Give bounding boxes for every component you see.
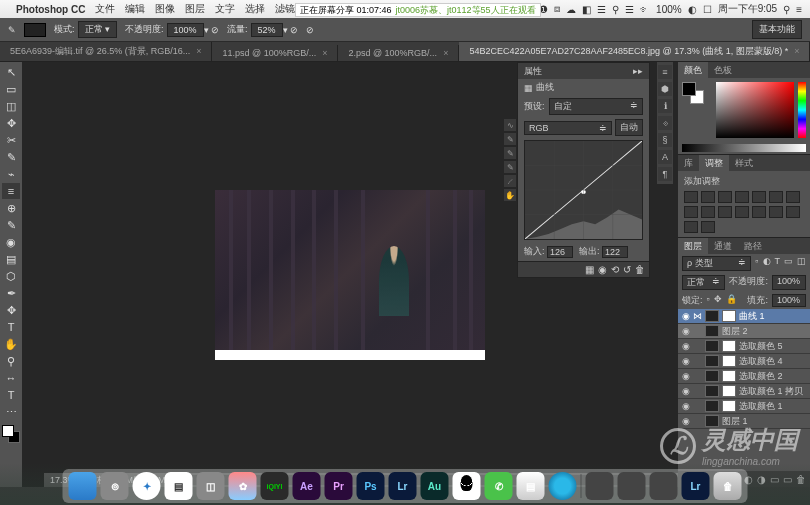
library-tab[interactable]: 库 [678,155,699,171]
channel-select[interactable]: RGB≑ [524,121,612,135]
view-previous-icon[interactable]: ◉ [598,264,607,275]
healing-tool[interactable]: ⌁ [2,166,20,182]
layer-row[interactable]: ◉图层 2 [678,324,810,339]
adjustments-tab[interactable]: 调整 [699,155,729,171]
opacity-field[interactable]: 100% [167,23,204,37]
filter-smart-icon[interactable]: ◫ [797,256,806,271]
status-icon[interactable]: ☁ [566,4,576,15]
menu-filter[interactable]: 滤镜 [275,2,295,16]
visibility-toggle-icon[interactable]: ◉ [680,341,692,351]
close-tab-icon[interactable]: × [322,48,327,58]
layer-thumb[interactable] [705,400,719,412]
input-field[interactable] [547,246,573,258]
dock-minimized-window[interactable] [586,472,614,500]
dock-photoshop-icon[interactable]: Ps [357,472,385,500]
shape-tool[interactable]: ⚲ [2,353,20,369]
mode-select[interactable]: 正常 ▾ [78,21,118,38]
lock-pixels-icon[interactable]: ▫ [707,294,710,307]
history-brush-tool[interactable]: ✎ [2,217,20,233]
tool-icon[interactable]: ✎ [8,25,16,35]
quick-select-tool[interactable]: ✥ [2,115,20,131]
lock-position-icon[interactable]: ✥ [714,294,722,307]
wifi-icon[interactable]: ᯤ [640,4,650,15]
dock-audition-icon[interactable]: Au [421,472,449,500]
close-tab-icon[interactable]: × [443,48,448,58]
path-select-tool[interactable]: ✋ [2,336,20,352]
status-icon[interactable]: ⚲ [612,4,619,15]
layer-thumb[interactable] [705,385,719,397]
document-canvas[interactable] [215,190,485,350]
adj-color-lookup-icon[interactable] [735,206,749,218]
spotlight-icon[interactable]: ⚲ [783,4,790,15]
filter-adj-icon[interactable]: ◐ [763,256,771,271]
layer-name[interactable]: 选取颜色 4 [739,355,808,368]
dock-iqiyi-icon[interactable]: iQIYI [261,472,289,500]
lasso-tool[interactable]: ◫ [2,98,20,114]
curves-tool-icon[interactable]: ⟋ [504,175,516,187]
strip-icon[interactable]: § [658,133,672,147]
mask-thumb[interactable] [722,340,736,352]
reset-icon[interactable]: ⟲ [611,264,619,275]
toggle-visibility-icon[interactable]: ↺ [623,264,631,275]
filter-type-icon[interactable]: T [775,256,781,271]
edit-toolbar[interactable]: ⋯ [2,404,20,420]
strip-icon[interactable]: ⬢ [658,82,672,96]
move-tool[interactable]: ↖ [2,64,20,80]
lock-all-icon[interactable]: 🔒 [726,294,737,307]
layer-thumb[interactable] [705,370,719,382]
dock-lightroom-icon[interactable]: Lr [682,472,710,500]
dock-minimized-window[interactable] [618,472,646,500]
doc-tab[interactable]: 11.psd @ 100%RGB/...× [212,45,338,61]
layer-name[interactable]: 曲线 1 [739,310,808,323]
menu-edit[interactable]: 编辑 [125,2,145,16]
mask-thumb[interactable] [722,400,736,412]
visibility-toggle-icon[interactable]: ◉ [680,371,692,381]
layer-thumb[interactable] [705,415,719,427]
airbrush-icon[interactable]: ⊘ [306,25,314,35]
dock-finder-icon[interactable] [69,472,97,500]
doc-tab-active[interactable]: 54B2CEC422A05E7AD27C28AAF2485EC8.jpg @ 1… [459,42,810,61]
dock-sysprefs-icon[interactable]: ⊚ [101,472,129,500]
visibility-toggle-icon[interactable]: ◉ [680,356,692,366]
eraser-tool[interactable]: ◉ [2,234,20,250]
dock-premiere-icon[interactable]: Pr [325,472,353,500]
pen-tool[interactable]: ✥ [2,302,20,318]
blur-tool[interactable]: ⬡ [2,268,20,284]
crop-tool[interactable]: ✂ [2,132,20,148]
layer-name[interactable]: 图层 2 [722,325,808,338]
workspace-switcher[interactable]: 基本功能 [752,20,802,39]
brush-tool[interactable]: ≡ [2,183,20,199]
paths-tab[interactable]: 路径 [738,238,768,254]
dock-lightroom-icon[interactable]: Lr [389,472,417,500]
dock-app-icon[interactable]: ◫ [197,472,225,500]
gradient-tool[interactable]: ▤ [2,251,20,267]
delete-adj-icon[interactable]: 🗑 [635,264,645,275]
adj-photo-filter-icon[interactable] [701,206,715,218]
color-tab[interactable]: 颜色 [678,62,708,78]
layer-name[interactable]: 选取颜色 1 [739,400,808,413]
clock[interactable]: 周一下午9:05 [718,2,777,16]
styles-tab[interactable]: 样式 [729,155,759,171]
dock-notes-icon[interactable]: ▤ [165,472,193,500]
status-icon[interactable]: ☰ [625,4,634,15]
menu-select[interactable]: 选择 [245,2,265,16]
layer-fill-field[interactable]: 100% [772,294,806,307]
collapse-icon[interactable]: ▸▸ [633,66,643,76]
link-icon[interactable]: ⋈ [692,311,702,321]
filter-shape-icon[interactable]: ▭ [784,256,793,271]
curves-tool-icon[interactable]: ✎ [504,161,516,173]
dodge-tool[interactable]: ✒ [2,285,20,301]
menu-layer[interactable]: 图层 [185,2,205,16]
layer-thumb[interactable] [705,325,719,337]
adj-vibrance-icon[interactable] [752,191,766,203]
layer-thumb[interactable] [705,340,719,352]
battery-icon[interactable]: ◐ [688,4,697,15]
visibility-toggle-icon[interactable]: ◉ [680,401,692,411]
dock-safari-icon[interactable]: ✦ [133,472,161,500]
layer-row[interactable]: ◉图层 1 [678,414,810,429]
curves-tool-icon[interactable]: ∿ [504,119,516,131]
preset-select[interactable]: 自定≑ [549,98,643,115]
marquee-tool[interactable]: ▭ [2,81,20,97]
curves-tool-icon[interactable]: ✎ [504,147,516,159]
dock-app-icon[interactable]: ▤ [517,472,545,500]
